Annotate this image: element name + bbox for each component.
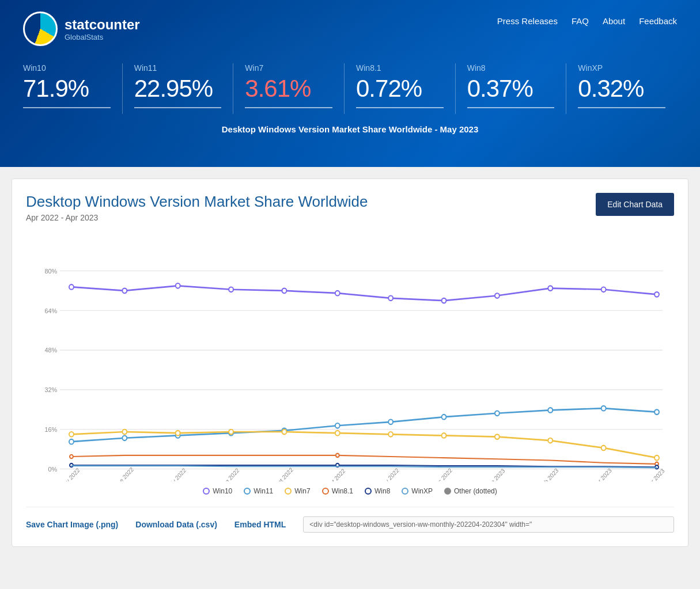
svg-point-31 [442,415,447,420]
stat-value: 0.72% [356,75,444,102]
stat-item-win8.1: Win8.1 0.72% [345,63,456,114]
svg-point-44 [495,434,500,439]
legend-label: Win10 [213,487,232,495]
svg-point-49 [336,454,339,457]
nav-press-releases[interactable]: Press Releases [497,16,558,26]
legend-label: Win8 [374,487,390,495]
chart-title: Desktop Windows Version Market Share Wor… [26,193,368,211]
edit-chart-button[interactable]: Edit Chart Data [596,193,674,216]
stat-value: 0.32% [578,75,665,102]
header: statcounter GlobalStats Press Releases F… [0,0,700,167]
stat-label: Win7 [245,63,332,73]
svg-point-42 [388,432,393,437]
legend-item-win7[interactable]: Win7 [285,487,310,495]
svg-point-33 [548,408,553,413]
stat-divider [134,107,222,108]
save-chart-link[interactable]: Save Chart Image (.png) [26,520,118,529]
main-content: Desktop Windows Version Market Share Wor… [0,167,700,558]
svg-text:Oct 2022: Oct 2022 [326,468,347,481]
main-nav: Press Releases FAQ About Feedback [497,12,677,26]
svg-point-37 [122,430,127,435]
svg-text:Jan 2023: Jan 2023 [485,467,506,481]
stat-item-winxp: WinXP 0.32% [566,63,677,114]
legend-label: Win11 [253,487,273,495]
legend-dot [322,488,329,495]
svg-point-43 [442,433,447,438]
chart-card: Desktop Windows Version Market Share Wor… [12,178,688,547]
svg-point-45 [548,438,553,443]
brand-sub: GlobalStats [65,33,140,41]
nav-top: statcounter GlobalStats Press Releases F… [23,12,677,46]
legend-item-otherdotted[interactable]: Other (dotted) [444,487,497,495]
svg-point-47 [654,455,659,461]
logo-text: statcounter GlobalStats [65,17,140,41]
legend-dot [285,488,292,495]
stat-value: 3.61% [245,75,332,102]
svg-point-19 [442,298,447,303]
svg-point-36 [69,432,74,437]
stat-label: Win11 [134,63,222,73]
svg-point-29 [335,423,340,428]
stat-label: WinXP [578,63,665,73]
logo-area: statcounter GlobalStats [23,12,140,46]
legend-item-win10[interactable]: Win10 [203,487,232,495]
chart-legend: Win10 Win11 Win7 Win8.1 Win8 WinXP Other… [26,487,674,495]
chart-svg: 0% 16% 32% 48% 64% 80% [26,234,674,481]
brand-name: statcounter [65,17,140,33]
nav-faq[interactable]: FAQ [572,16,589,26]
stat-divider [356,107,444,108]
legend-item-win8[interactable]: Win8 [365,487,390,495]
svg-point-12 [69,284,74,290]
svg-text:Sept 2022: Sept 2022 [271,466,294,481]
legend-item-win81[interactable]: Win8.1 [322,487,353,495]
svg-text:64%: 64% [45,307,58,314]
chart-title-area: Desktop Windows Version Market Share Wor… [26,193,368,222]
stat-label: Win8.1 [356,63,444,73]
svg-point-38 [176,431,180,436]
chart-date-range: Apr 2022 - Apr 2023 [26,213,368,222]
nav-about[interactable]: About [603,16,625,26]
legend-label: WinXP [411,487,433,495]
svg-point-21 [548,286,553,291]
embed-html-label: Embed HTML [234,520,286,529]
svg-text:16%: 16% [45,426,58,434]
svg-point-41 [335,431,340,436]
legend-dot [444,488,451,495]
header-subtitle: Desktop Windows Version Market Share Wor… [23,124,677,134]
svg-point-46 [601,446,606,451]
stat-divider [467,107,555,108]
legend-label: Win8.1 [332,487,353,495]
svg-point-22 [601,287,606,292]
legend-item-winxp[interactable]: WinXP [402,487,433,495]
svg-point-23 [654,292,659,297]
svg-point-15 [229,287,233,292]
legend-item-win11[interactable]: Win11 [244,487,273,495]
svg-point-18 [388,296,393,301]
embed-code-box[interactable]: <div id="desktop-windows_version-ww-mont… [303,516,674,533]
stat-value: 71.9% [23,75,111,102]
stat-label: Win8 [467,63,555,73]
stat-value: 22.95% [134,75,222,102]
svg-point-48 [70,455,73,458]
svg-text:80%: 80% [45,267,58,275]
stat-item-win7: Win7 3.61% [233,63,345,114]
svg-point-13 [122,288,127,294]
download-data-link[interactable]: Download Data (.csv) [135,520,217,529]
legend-dot [203,488,210,495]
svg-point-17 [335,291,340,296]
svg-point-16 [282,288,286,294]
logo-icon [23,12,58,46]
stat-divider [245,107,332,108]
svg-point-14 [176,283,180,288]
stats-row: Win10 71.9% Win11 22.95% Win7 3.61% Win8… [23,63,677,114]
stat-item-win8: Win8 0.37% [456,63,567,114]
svg-point-34 [601,406,606,411]
svg-text:48%: 48% [45,347,58,354]
chart-area: 0% 16% 32% 48% 64% 80% [26,234,674,481]
stat-value: 0.37% [467,75,555,102]
svg-text:June 2022: June 2022 [112,466,135,481]
stat-divider [23,107,111,108]
stat-divider [578,107,665,108]
chart-footer: Save Chart Image (.png) Download Data (.… [26,507,674,533]
nav-feedback[interactable]: Feedback [639,16,677,26]
